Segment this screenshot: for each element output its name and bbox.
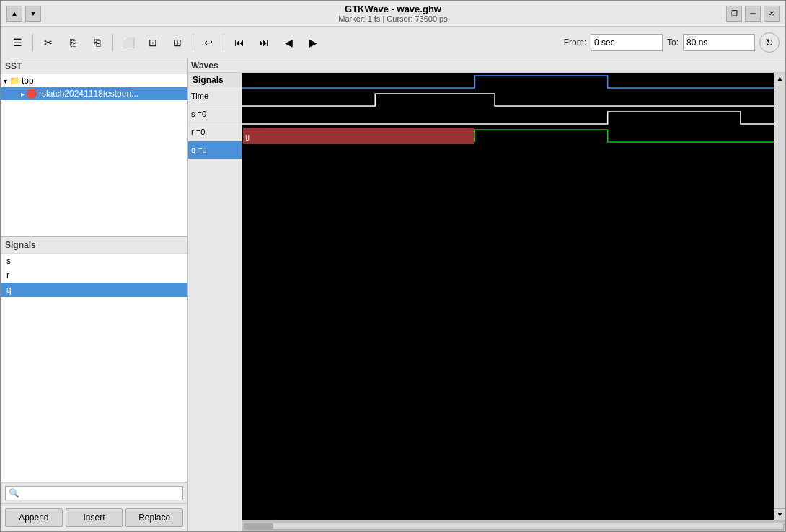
- main-window: ▲ ▼ GTKWave - wave.ghw Marker: 1 fs | Cu…: [0, 0, 786, 532]
- titlebar-subtitle: Marker: 1 fs | Cursor: 73600 ps: [338, 14, 447, 23]
- titlebar-maximize-btn[interactable]: ─: [745, 6, 761, 22]
- zoom-box-button[interactable]: ⊞: [167, 32, 188, 53]
- component-icon: [27, 89, 37, 99]
- toolbar-sep-3: [193, 34, 193, 51]
- search-bar: 🔍: [1, 482, 187, 503]
- signal-row-r: r =0: [188, 123, 242, 141]
- sst-tree[interactable]: ▾ 📁 top ▸ rslatch20241118testben...: [1, 74, 187, 236]
- tree-item-rslatch[interactable]: ▸ rslatch20241118testben...: [1, 87, 187, 100]
- signal-row-q: q =u: [188, 141, 242, 159]
- signals-col-header: Signals: [188, 73, 242, 87]
- waveform-canvas[interactable]: [242, 73, 774, 520]
- last-button[interactable]: ⏭: [253, 32, 275, 53]
- prev-button[interactable]: ◀: [278, 32, 299, 53]
- titlebar-controls-right: ❐ ─ ✕: [726, 6, 780, 22]
- select-button[interactable]: ⬜: [118, 32, 139, 53]
- vscrollbar-track: [774, 84, 785, 508]
- search-input-wrap: 🔍: [5, 486, 183, 500]
- titlebar-restore-btn[interactable]: ❐: [726, 6, 742, 22]
- hscrollbar-track: [244, 523, 784, 530]
- signals-column: Signals Time s =0 r =0 q =u: [188, 73, 242, 531]
- waveform-area[interactable]: [242, 73, 774, 520]
- bottom-buttons: Append Insert Replace: [1, 503, 187, 531]
- folder-icon: 📁: [9, 76, 19, 86]
- replace-button[interactable]: Replace: [125, 508, 183, 527]
- signal-label-q: q =u: [191, 146, 207, 154]
- cut-button[interactable]: ✂: [37, 32, 59, 53]
- toolbar: ☰ ✂ ⎘ ⎗ ⬜ ⊡ ⊞ ↩ ⏮ ⏭ ◀ ▶ From: To: ↻: [1, 27, 785, 58]
- hscrollbar[interactable]: [242, 520, 785, 531]
- toolbar-sep-4: [224, 34, 224, 51]
- signal-row-time: Time: [188, 87, 242, 105]
- titlebar-minimize-btn[interactable]: ▼: [25, 6, 41, 22]
- to-label: To:: [667, 37, 679, 48]
- sst-section: SST ▾ 📁 top ▸ rslatch20241118testben...: [1, 58, 187, 237]
- vscrollbar: ▲ ▼: [774, 73, 785, 520]
- signal-label-s: s =0: [191, 110, 206, 118]
- insert-button[interactable]: Insert: [66, 508, 123, 527]
- from-to-area: From: To: ↻: [564, 32, 780, 53]
- toolbar-sep-1: [32, 34, 33, 51]
- zoom-fit-button[interactable]: ⊡: [142, 32, 164, 53]
- titlebar-title: GTKWave - wave.ghw Marker: 1 fs | Cursor…: [338, 4, 447, 23]
- waves-right-layout: Signals Time s =0 r =0 q =u: [188, 73, 785, 531]
- toolbar-sep-2: [112, 34, 113, 51]
- left-panel: SST ▾ 📁 top ▸ rslatch20241118testben...: [1, 58, 188, 531]
- hscrollbar-thumb[interactable]: [244, 523, 273, 529]
- titlebar: ▲ ▼ GTKWave - wave.ghw Marker: 1 fs | Cu…: [1, 1, 785, 27]
- menu-button[interactable]: ☰: [6, 32, 28, 53]
- first-button[interactable]: ⏮: [229, 32, 250, 53]
- vscrollbar-up-btn[interactable]: ▲: [774, 73, 785, 84]
- titlebar-close-btn[interactable]: ✕: [764, 6, 780, 22]
- titlebar-collapse-btn[interactable]: ▲: [6, 6, 22, 22]
- signal-item-r[interactable]: r: [1, 268, 187, 283]
- copy-button[interactable]: ⎘: [62, 32, 84, 53]
- vscrollbar-down-btn[interactable]: ▼: [774, 508, 785, 520]
- chevron-right-icon: ▸: [21, 90, 25, 98]
- signal-label-r: r =0: [191, 128, 205, 136]
- to-input[interactable]: [683, 34, 755, 51]
- from-label: From:: [564, 37, 586, 48]
- waves-body: ▲ ▼: [242, 73, 785, 520]
- append-button[interactable]: Append: [5, 508, 63, 527]
- signals-header: Signals: [1, 237, 187, 254]
- search-icon: 🔍: [9, 488, 19, 498]
- signal-label-time: Time: [191, 92, 208, 100]
- tree-item-label: rslatch20241118testben...: [39, 89, 138, 99]
- signals-section: Signals s r q: [1, 237, 187, 482]
- chevron-down-icon: ▾: [4, 77, 7, 85]
- waves-main: ▲ ▼: [242, 73, 785, 531]
- next-button[interactable]: ▶: [302, 32, 324, 53]
- signal-item-s[interactable]: s: [1, 254, 187, 268]
- paste-button[interactable]: ⎗: [87, 32, 108, 53]
- from-input[interactable]: [591, 34, 663, 51]
- tree-item-top[interactable]: ▾ 📁 top: [1, 74, 187, 87]
- titlebar-controls-left: ▲ ▼: [6, 6, 41, 22]
- sst-header: SST: [1, 58, 187, 74]
- signal-row-s: s =0: [188, 105, 242, 123]
- search-input[interactable]: [22, 488, 180, 498]
- titlebar-title-main: GTKWave - wave.ghw: [338, 4, 447, 14]
- main-content: SST ▾ 📁 top ▸ rslatch20241118testben...: [1, 58, 785, 531]
- undo-button[interactable]: ↩: [198, 32, 219, 53]
- waves-header: Waves: [188, 58, 785, 73]
- tree-item-label: top: [22, 76, 34, 86]
- signals-list[interactable]: s r q: [1, 254, 187, 482]
- refresh-button[interactable]: ↻: [759, 32, 780, 53]
- right-panel: Waves Signals Time s =0 r =0 q =u: [188, 58, 785, 531]
- signal-item-q[interactable]: q: [1, 283, 187, 297]
